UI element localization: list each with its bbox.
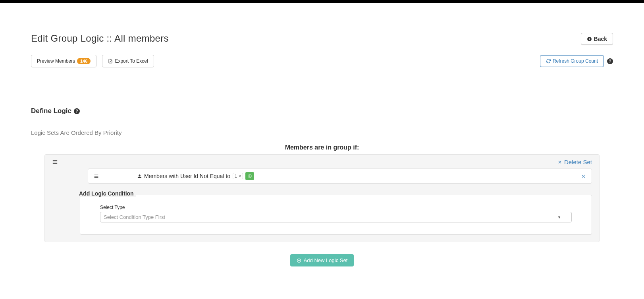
- member-count-badge: 146: [77, 58, 91, 64]
- page-title: Edit Group Logic :: All members: [31, 33, 169, 44]
- action-row: Preview Members 146 Export To Excel Refr…: [7, 55, 637, 71]
- refresh-icon: [546, 59, 551, 63]
- preview-members-label: Preview Members: [37, 58, 75, 64]
- select-type-label: Select Type: [100, 205, 572, 210]
- remove-tag-icon[interactable]: ×: [239, 174, 241, 178]
- svg-rect-2: [53, 163, 57, 164]
- back-button[interactable]: Back: [581, 33, 613, 45]
- plus-circle-icon: [248, 174, 252, 178]
- define-logic-section: Define Logic ? Logic Sets Are Ordered By…: [7, 71, 637, 266]
- action-left: Preview Members 146 Export To Excel: [31, 55, 154, 67]
- svg-rect-4: [94, 176, 98, 176]
- help-icon[interactable]: ?: [74, 108, 80, 114]
- back-arrow-icon: [587, 36, 592, 42]
- logic-set: Delete Set Members with User Id Not Equa…: [44, 154, 600, 242]
- svg-rect-5: [94, 177, 98, 178]
- drag-handle-icon[interactable]: [52, 159, 58, 165]
- add-new-logic-set-button[interactable]: Add New Logic Set: [290, 254, 354, 266]
- condition-type-select[interactable]: Select Condition Type First ▼: [100, 212, 572, 222]
- svg-rect-1: [53, 162, 57, 162]
- caret-down-icon: ▼: [557, 215, 561, 219]
- close-x-icon: [557, 160, 562, 165]
- top-bar: [0, 0, 644, 3]
- plus-circle-icon: [297, 258, 301, 263]
- select-placeholder: Select Condition Type First: [104, 214, 165, 220]
- drag-handle-icon[interactable]: [94, 174, 99, 179]
- priority-note: Logic Sets Are Ordered By Priority: [31, 129, 613, 136]
- back-button-label: Back: [594, 36, 607, 42]
- help-icon[interactable]: ?: [607, 58, 613, 64]
- group-heading: Members are in group if:: [31, 144, 613, 151]
- content-area: Edit Group Logic :: All members Back Pre…: [3, 3, 641, 266]
- excel-file-icon: [108, 59, 113, 63]
- value-tag: 1 ×: [233, 173, 243, 179]
- delete-condition-button[interactable]: [581, 174, 586, 179]
- preview-members-button[interactable]: Preview Members 146: [31, 55, 96, 67]
- define-logic-title-text: Define Logic: [31, 107, 71, 115]
- condition-text: Members with User Id Not Equal to: [144, 173, 230, 179]
- user-icon: [137, 174, 142, 178]
- add-value-button[interactable]: [245, 172, 254, 180]
- tag-value: 1: [235, 174, 237, 178]
- header-row: Edit Group Logic :: All members Back: [7, 33, 637, 55]
- refresh-group-count-button[interactable]: Refresh Group Count: [540, 55, 604, 67]
- condition-description: Members with User Id Not Equal to 1 ×: [137, 172, 254, 180]
- refresh-label: Refresh Group Count: [553, 58, 598, 64]
- export-excel-label: Export To Excel: [115, 58, 148, 64]
- delete-set-label: Delete Set: [564, 159, 592, 165]
- svg-rect-0: [53, 160, 57, 161]
- add-set-row: Add New Logic Set: [31, 254, 613, 266]
- add-set-label: Add New Logic Set: [304, 257, 348, 263]
- logic-set-header: Delete Set: [52, 159, 592, 165]
- svg-rect-3: [94, 174, 98, 175]
- condition-row: Members with User Id Not Equal to 1 ×: [88, 169, 592, 184]
- add-condition-fieldset: Add Logic Condition Select Type Select C…: [80, 195, 592, 235]
- export-excel-button[interactable]: Export To Excel: [102, 55, 154, 67]
- page-wrapper: Edit Group Logic :: All members Back Pre…: [0, 3, 644, 282]
- define-logic-title: Define Logic ?: [31, 107, 613, 115]
- fieldset-legend: Add Logic Condition: [77, 190, 136, 197]
- delete-set-link[interactable]: Delete Set: [557, 159, 592, 165]
- action-right: Refresh Group Count ?: [540, 55, 613, 67]
